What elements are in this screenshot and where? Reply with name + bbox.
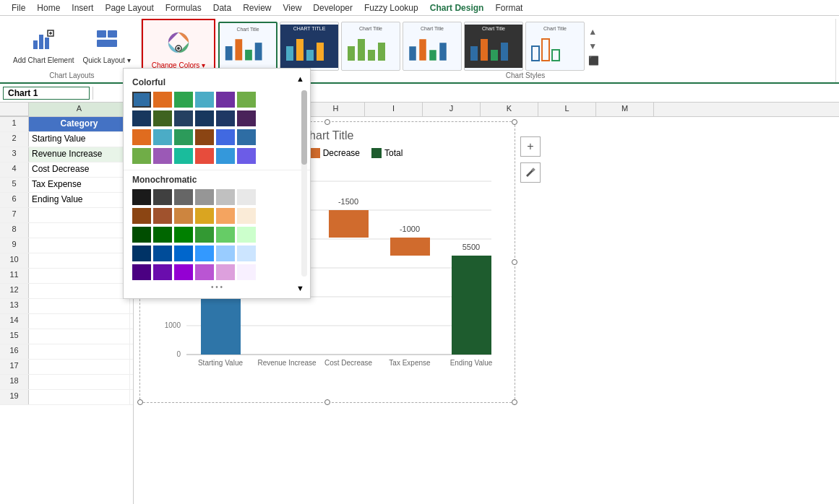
color-swatch[interactable] — [237, 264, 256, 280]
col-header-j[interactable]: J — [423, 103, 481, 116]
color-swatch[interactable] — [153, 264, 172, 280]
cell-a11[interactable] — [29, 269, 130, 283]
menu-format[interactable]: Format — [489, 1, 528, 14]
color-swatch[interactable] — [174, 92, 193, 108]
color-swatch[interactable] — [216, 92, 235, 108]
cell-a6[interactable]: Ending Value — [29, 193, 130, 207]
color-swatch[interactable] — [195, 246, 214, 261]
menu-data[interactable]: Data — [207, 1, 237, 14]
menu-developer[interactable]: Developer — [307, 1, 358, 14]
color-swatch[interactable] — [195, 264, 214, 280]
color-swatch[interactable] — [216, 129, 235, 145]
menu-insert[interactable]: Insert — [66, 1, 99, 14]
color-swatch[interactable] — [174, 129, 193, 145]
chart-elements-button[interactable]: + — [520, 136, 541, 157]
cell-a9[interactable] — [29, 238, 130, 253]
color-swatch[interactable] — [174, 246, 193, 261]
color-swatch[interactable] — [132, 264, 151, 280]
color-swatch[interactable] — [237, 129, 256, 145]
color-swatch[interactable] — [216, 227, 235, 243]
col-header-k[interactable]: K — [481, 103, 538, 116]
menu-home[interactable]: Home — [31, 1, 66, 14]
chart-styles-button[interactable] — [520, 162, 541, 183]
col-header-m[interactable]: M — [596, 103, 654, 116]
color-swatch[interactable] — [153, 208, 172, 224]
color-swatch[interactable] — [216, 246, 235, 261]
cell-a7[interactable] — [29, 208, 130, 222]
col-header-l[interactable]: L — [538, 103, 596, 116]
color-swatch[interactable] — [216, 264, 235, 280]
color-swatch[interactable] — [153, 246, 172, 261]
color-swatch[interactable] — [132, 110, 151, 126]
quick-layout-button[interactable]: Quick Layout ▾ — [79, 25, 135, 68]
color-swatch[interactable] — [132, 208, 151, 224]
col-header-i[interactable]: I — [365, 103, 423, 116]
color-swatch[interactable] — [153, 148, 172, 164]
menu-review[interactable]: Review — [237, 1, 277, 14]
color-swatch[interactable] — [216, 189, 235, 205]
chart-styles-more[interactable]: ⬛ — [587, 54, 601, 67]
cell-a19[interactable] — [29, 390, 130, 404]
change-colors-button[interactable]: Change Colors ▾ — [147, 27, 210, 73]
cell-a18[interactable] — [29, 375, 130, 389]
color-swatch[interactable] — [153, 227, 172, 243]
color-swatch[interactable] — [174, 189, 193, 205]
color-swatch[interactable] — [132, 246, 151, 261]
color-swatch[interactable] — [195, 227, 214, 243]
color-swatch[interactable] — [153, 129, 172, 145]
color-swatch[interactable] — [237, 208, 256, 224]
cell-a17[interactable] — [29, 360, 130, 374]
color-swatch[interactable] — [195, 189, 214, 205]
add-chart-element-button[interactable]: Add Chart Element — [9, 25, 79, 68]
color-picker-scrollbar[interactable] — [301, 90, 307, 277]
color-picker-scroll-down[interactable]: ▼ — [295, 282, 306, 294]
color-swatch[interactable] — [237, 227, 256, 243]
color-swatch[interactable] — [195, 110, 214, 126]
cell-a13[interactable] — [29, 299, 130, 313]
cell-a10[interactable] — [29, 253, 130, 268]
color-swatch[interactable] — [132, 129, 151, 145]
name-box-input[interactable] — [3, 87, 90, 100]
color-swatch[interactable] — [237, 189, 256, 205]
color-swatch[interactable] — [153, 110, 172, 126]
color-swatch[interactable] — [237, 92, 256, 108]
chart-style-1[interactable]: Chart Title — [218, 22, 277, 71]
cell-a16[interactable] — [29, 344, 130, 359]
cell-a14[interactable] — [29, 314, 130, 329]
color-swatch[interactable] — [195, 208, 214, 224]
color-swatch[interactable] — [216, 208, 235, 224]
chart-style-6[interactable]: Chart Title — [525, 22, 585, 71]
chart-styles-scroll-up[interactable]: ▲ — [587, 25, 601, 38]
menu-formulas[interactable]: Formulas — [160, 1, 207, 14]
color-swatch[interactable] — [237, 110, 256, 126]
cell-a2[interactable]: Starting Value — [29, 132, 130, 147]
color-swatch[interactable] — [195, 129, 214, 145]
menu-view[interactable]: View — [277, 1, 308, 14]
color-swatch[interactable] — [216, 148, 235, 164]
color-swatch[interactable] — [237, 148, 256, 164]
chart-style-3[interactable]: Chart Title — [341, 22, 400, 71]
color-swatch[interactable] — [153, 92, 172, 108]
color-swatch[interactable] — [132, 227, 151, 243]
color-swatch[interactable] — [174, 264, 193, 280]
menu-fuzzy-lookup[interactable]: Fuzzy Lookup — [358, 1, 424, 14]
color-swatch[interactable] — [132, 92, 151, 108]
cell-a3[interactable]: Revenue Increase — [29, 147, 130, 162]
chart-style-5[interactable]: Chart Title — [464, 22, 523, 71]
chart-style-2[interactable]: CHART TITLE CHART TITLE — [280, 22, 339, 71]
color-swatch[interactable] — [216, 110, 235, 126]
col-header-a[interactable]: A — [29, 103, 130, 116]
chart-style-4[interactable]: Chart Title — [403, 22, 462, 71]
cell-a15[interactable] — [29, 329, 130, 344]
color-swatch[interactable] — [174, 227, 193, 243]
color-picker-dropdown[interactable]: ▲ Colorful — [123, 68, 311, 299]
color-swatch[interactable] — [195, 148, 214, 164]
color-swatch[interactable] — [195, 92, 214, 108]
cell-a5[interactable]: Tax Expense — [29, 178, 130, 192]
color-swatch[interactable] — [153, 189, 172, 205]
color-swatch[interactable] — [174, 110, 193, 126]
cell-a12[interactable] — [29, 284, 130, 298]
color-picker-scrollbar-thumb[interactable] — [301, 90, 307, 165]
color-swatch[interactable] — [174, 208, 193, 224]
cell-a1[interactable]: Category — [29, 117, 130, 131]
